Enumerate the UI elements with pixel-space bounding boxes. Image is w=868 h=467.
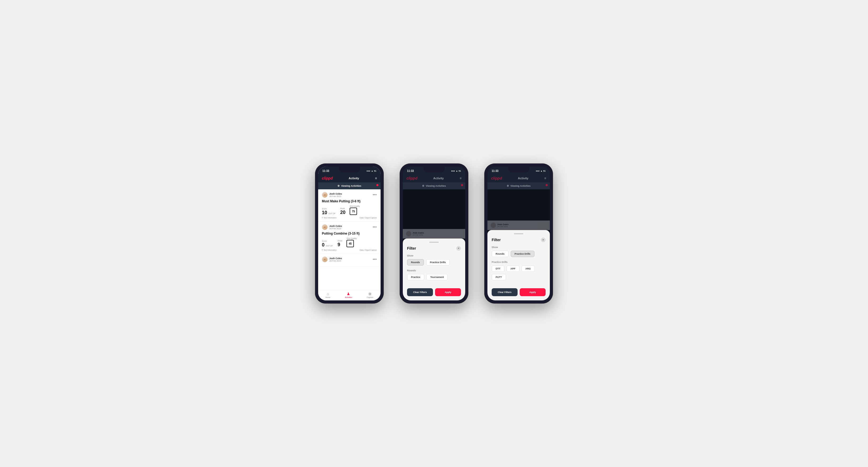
viewing-label-3: Viewing Activities <box>510 185 530 187</box>
status-time-1: 11:33 <box>322 169 329 173</box>
practice-btn-2[interactable]: Practice <box>407 274 424 280</box>
card-footer-2: ℹ Test Information Data: Clippd Capture <box>322 249 377 251</box>
notch-1 <box>339 166 360 173</box>
score-value-2: 0 <box>322 243 324 247</box>
ott-btn-3[interactable]: OTT <box>492 266 504 272</box>
nav-home-1[interactable]: ⌂ Home <box>325 292 330 298</box>
shots-value-2: 9 <box>338 242 340 247</box>
logo-3: clippd <box>491 176 502 180</box>
user-details-3: Josh Coles 28 Feb 2023 <box>329 257 342 262</box>
viewing-label-1: Viewing Activities <box>341 185 361 187</box>
activity-card-1: JC Josh Coles 28 Feb 2023 ••• Must Make … <box>318 189 380 222</box>
wifi-icon-3: ▲ <box>540 170 542 172</box>
home-label-1: Home <box>325 297 330 298</box>
app-header-3: clippd Activity ≡ <box>488 174 550 183</box>
phone-2: 11:33 ●●● ▲ 51 clippd Activity ≡ ⚙ Viewi… <box>400 163 468 304</box>
user-date-2: 28 Feb 2023 <box>329 227 342 230</box>
shots-label-2: Shots <box>338 240 342 242</box>
card-header-1: JC Josh Coles 28 Feb 2023 ••• <box>322 192 377 198</box>
status-time-3: 11:33 <box>492 169 499 173</box>
score-value-1: 10 <box>322 210 327 215</box>
user-name-2: Josh Coles <box>329 225 342 227</box>
apply-btn-3[interactable]: Apply <box>520 288 546 296</box>
card-header-2: JC Josh Coles 28 Feb 2023 ••• <box>322 224 377 230</box>
filter-title-2: Filter <box>407 246 416 250</box>
notch-2 <box>424 166 444 173</box>
battery-1: 51 <box>374 170 376 172</box>
user-name-1: Josh Coles <box>329 192 342 195</box>
stats-row-1: Score 10 OUT OF Shots 20 Shot Quality <box>322 205 377 215</box>
phones-container: 11:33 ●●● ▲ 51 clippd Activity ≡ ⚙ Viewi… <box>315 163 553 304</box>
rounds-section-label-2: Rounds <box>407 269 461 272</box>
close-button-3[interactable]: ✕ <box>541 238 546 242</box>
status-icons-3: ●●● ▲ 51 <box>536 170 546 172</box>
putt-btn-3[interactable]: PUTT <box>492 274 506 280</box>
stats-row-2: Score 0 OUT OF Shots 9 Shot Quality <box>322 238 377 247</box>
app-btn-3[interactable]: APP <box>506 266 520 272</box>
notch-3 <box>508 166 529 173</box>
sq-label-2: Shot Quality <box>346 238 356 239</box>
menu-icon-2[interactable]: ≡ <box>460 176 462 180</box>
nav-capture-1[interactable]: ⊕ Capture <box>367 292 373 298</box>
sheet-handle-3 <box>514 233 523 234</box>
out-of-1: OUT OF <box>329 213 335 214</box>
battery-3: 51 <box>543 170 546 172</box>
score-stat-1: Score 10 OUT OF <box>322 208 336 215</box>
arg-btn-3[interactable]: ARG <box>522 266 535 272</box>
home-icon-1: ⌂ <box>327 292 329 296</box>
capture-icon-1: ⊕ <box>368 292 372 296</box>
sq-badge-1: 75 <box>350 208 357 215</box>
signal-icon-1: ●●● <box>367 170 371 172</box>
practice-drills-tab-btn-3[interactable]: Practice Drills <box>511 251 534 257</box>
activity-content-1: JC Josh Coles 28 Feb 2023 ••• Must Make … <box>318 189 380 290</box>
clear-filters-btn-2[interactable]: Clear Filters <box>407 288 433 296</box>
card-title-2: Putting Combine (3-15 ft) <box>322 232 377 235</box>
app-header-2: clippd Activity ≡ <box>403 174 465 183</box>
viewing-icon-1: ⚙ <box>338 185 340 187</box>
close-button-2[interactable]: ✕ <box>456 246 461 251</box>
practice-drills-tab-btn-2[interactable]: Practice Drills <box>426 259 450 266</box>
activity-card-2: JC Josh Coles 28 Feb 2023 ••• Putting Co… <box>318 222 380 254</box>
viewing-bar-1[interactable]: ⚙ Viewing Activities <box>318 183 380 189</box>
filter-header-3: Filter ✕ <box>492 238 546 242</box>
rounds-tab-btn-3[interactable]: Rounds <box>492 251 508 257</box>
test-info-2: ℹ Test Information <box>322 249 337 251</box>
signal-icon-3: ●●● <box>536 170 540 172</box>
user-name-3: Josh Coles <box>329 257 342 260</box>
avatar-img-1: JC <box>322 192 328 197</box>
filter-header-2: Filter ✕ <box>407 246 461 251</box>
shots-stat-2: Shots 9 <box>338 240 342 247</box>
user-details-2: Josh Coles 28 Feb 2023 <box>329 225 342 230</box>
user-info-2: JC Josh Coles 28 Feb 2023 <box>322 224 342 230</box>
more-dots-3[interactable]: ••• <box>373 257 377 261</box>
more-dots-1[interactable]: ••• <box>373 193 377 197</box>
show-buttons-3: Rounds Practice Drills <box>492 251 546 257</box>
drill-type-buttons-3: OTT APP ARG PUTT <box>492 266 546 280</box>
viewing-icon-3: ⚙ <box>507 185 509 187</box>
clear-filters-btn-3[interactable]: Clear Filters <box>492 288 518 296</box>
practice-drills-section-label-3: Practice Drills <box>492 261 546 263</box>
tournament-btn-2[interactable]: Tournament <box>426 274 448 280</box>
filter-sheet-2: Filter ✕ Show Rounds Practice Drills Rou… <box>403 239 465 301</box>
avatar-2: JC <box>322 224 328 230</box>
wifi-icon-1: ▲ <box>371 170 373 172</box>
score-label-1: Score <box>322 208 336 210</box>
round-type-buttons-2: Practice Tournament <box>407 274 461 280</box>
viewing-bar-2: ⚙ Viewing Activities <box>403 183 465 189</box>
menu-icon-3[interactable]: ≡ <box>544 176 546 180</box>
status-icons-2: ●●● ▲ 51 <box>451 170 461 172</box>
shots-stat-1: Shots 20 <box>340 208 345 215</box>
filter-title-3: Filter <box>492 238 501 242</box>
menu-icon-1[interactable]: ≡ <box>375 176 377 180</box>
nav-activities-1[interactable]: ♟ Activities <box>345 292 352 298</box>
more-dots-2[interactable]: ••• <box>373 225 377 229</box>
sq-label-1: Shot Quality <box>350 205 360 207</box>
status-time-2: 11:33 <box>407 169 414 173</box>
rounds-tab-btn-2[interactable]: Rounds <box>407 259 424 266</box>
sq-badge-2: 45 <box>346 240 354 247</box>
apply-btn-2[interactable]: Apply <box>435 288 461 296</box>
card-title-1: Must Make Putting (3-6 ft) <box>322 199 377 203</box>
shot-quality-stat-1: Shot Quality 75 <box>350 205 360 215</box>
user-date-1: 28 Feb 2023 <box>329 195 342 197</box>
phone-3: 11:33 ●●● ▲ 51 clippd Activity ≡ ⚙ Viewi… <box>484 163 553 304</box>
